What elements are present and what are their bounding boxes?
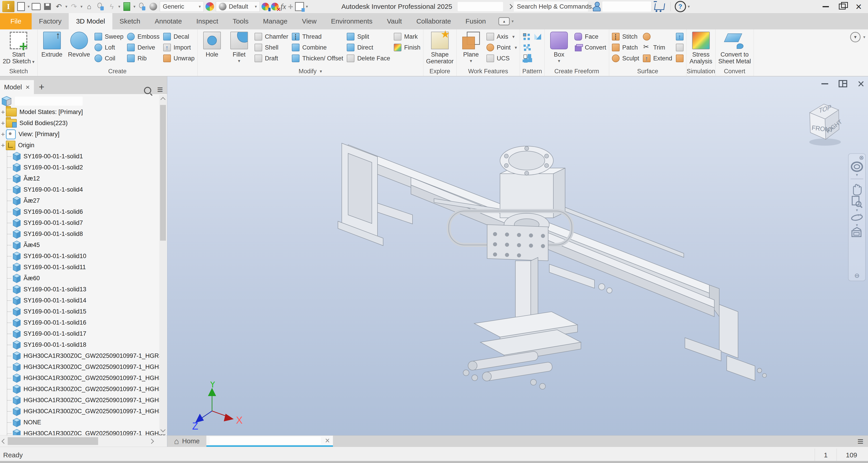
switch-window-button[interactable] <box>96 1 105 12</box>
rib-button[interactable]: Rib <box>127 54 160 63</box>
emboss-button[interactable]: Emboss <box>127 32 160 41</box>
panel-label-simulation[interactable]: Simulation <box>686 66 715 76</box>
tree-item-solid[interactable]: SY169-00-01-1-solid7 <box>0 218 167 228</box>
panel-label-pattern[interactable]: Pattern <box>520 66 544 76</box>
browser-vertical-scrollbar[interactable] <box>159 95 166 434</box>
close-button[interactable]: × <box>856 2 862 11</box>
navbar-menu-icon[interactable]: ⊖ <box>854 272 860 279</box>
panel-label-work-features[interactable]: Work Features <box>457 66 520 76</box>
stress-analysis-button[interactable]: Stress Analysis <box>689 31 713 65</box>
coil-button[interactable]: Coil <box>94 54 124 63</box>
home-view-button[interactable]: ⌂ <box>84 1 94 12</box>
qat-customize-dropdown[interactable]: ▾ <box>306 4 308 9</box>
navbar-close-icon[interactable]: ⊗ <box>859 155 864 160</box>
document-tab-close-icon[interactable]: × <box>325 436 330 445</box>
tree-item-solid[interactable]: NONE <box>0 417 167 428</box>
ribbon-tab[interactable]: Annotate <box>148 13 189 29</box>
new-file-dropdown[interactable]: ▾ <box>28 4 30 9</box>
thread-button[interactable]: Thread <box>292 32 343 41</box>
expander-icon[interactable]: + <box>0 131 6 138</box>
ribbon-tab[interactable]: Environments <box>324 13 379 29</box>
document-tabs-menu-icon[interactable]: ≡ <box>857 436 868 447</box>
local-update-button[interactable]: ϟ <box>107 1 116 12</box>
tree-item-view[interactable]: + View: [Primary] <box>0 129 167 140</box>
new-file-button[interactable] <box>16 1 26 12</box>
ribbon-tab[interactable]: Sketch <box>112 13 148 29</box>
document-tab-active[interactable]: × <box>206 436 333 447</box>
sweep-button[interactable]: Sweep <box>94 32 124 41</box>
scroll-down-icon[interactable] <box>160 427 166 432</box>
tree-item-solid[interactable]: HGH30CA1R300Z0C_GW202509010997-1_HGH30 <box>0 373 167 384</box>
save-button[interactable] <box>43 1 52 12</box>
browser-add-tab-button[interactable]: + <box>34 80 50 94</box>
tree-item-solid[interactable]: SY169-00-01-1-solid14 <box>0 295 167 306</box>
loft-button[interactable]: Loft <box>94 43 124 52</box>
browser-horizontal-scrollbar[interactable] <box>0 435 167 447</box>
tree-item-origin[interactable]: + Origin <box>0 140 167 151</box>
clear-appearance-icon[interactable] <box>271 3 279 10</box>
look-at-icon[interactable] <box>850 227 863 238</box>
search-expand-icon[interactable] <box>507 4 513 9</box>
undo-button[interactable]: ↶ <box>54 1 64 12</box>
inventor-logo-icon[interactable]: I <box>2 1 14 12</box>
tree-item-solid[interactable]: SY169-00-01-1-solid10 <box>0 251 167 262</box>
viewport-close-button[interactable]: × <box>858 80 864 87</box>
open-button[interactable] <box>31 1 41 12</box>
panel-label-create[interactable]: Create <box>37 66 197 76</box>
ribbon-tab[interactable]: 3D Model <box>69 13 112 29</box>
chamfer-button[interactable]: Chamfer <box>254 32 288 41</box>
view-cube[interactable]: TOP FRONT RIGHT <box>802 99 845 149</box>
extrude-button[interactable]: Extrude <box>40 31 64 58</box>
wheel-dropdown-icon[interactable]: ▾ <box>856 173 858 176</box>
panel-label-convert[interactable]: Convert <box>716 66 754 76</box>
unwrap-button[interactable]: Unwrap <box>163 54 195 63</box>
tree-item-solid[interactable]: HGH30CA1R300Z0C_GW202509010997-1_HGH30 <box>0 384 167 395</box>
texture-surface-button[interactable] <box>676 54 684 63</box>
scroll-left-icon[interactable] <box>2 439 7 444</box>
tree-item-solid[interactable]: SY169-00-01-1-solid16 <box>0 317 167 328</box>
ribbon-tab[interactable]: Factory <box>32 13 69 29</box>
delete-face-button[interactable]: Delete Face <box>347 54 390 63</box>
tree-item-solid[interactable]: Ãæ12 <box>0 173 167 184</box>
scrollbar-thumb[interactable] <box>160 105 166 241</box>
mark-button[interactable]: Mark <box>394 32 421 41</box>
extend-button[interactable]: Extend <box>643 54 672 63</box>
update-dropdown[interactable]: ▾ <box>118 4 120 9</box>
color-wheel-icon[interactable] <box>206 2 214 11</box>
shell-button[interactable]: Shell <box>254 43 288 52</box>
ribbon-tab[interactable]: Inspect <box>189 13 225 29</box>
parameters-icon[interactable]: fx <box>281 2 286 11</box>
split-button[interactable]: Split <box>347 32 390 41</box>
browser-menu-icon[interactable]: ≡ <box>157 85 167 94</box>
ribbon-tab[interactable]: Manage <box>256 13 294 29</box>
import-button[interactable]: Import <box>163 43 195 52</box>
ucs-button[interactable]: UCS <box>487 54 517 63</box>
expander-icon[interactable]: + <box>0 119 6 127</box>
viewport-restore-button[interactable] <box>839 80 847 87</box>
material-dropdown[interactable]: ▾ <box>133 4 135 9</box>
orbit-dropdown-icon[interactable]: ▾ <box>856 224 858 227</box>
patch-button[interactable]: Patch <box>612 43 639 52</box>
tree-item-solid[interactable]: SY169-00-01-1-solid2 <box>0 162 167 173</box>
ribbon-tab[interactable]: Tools <box>225 13 256 29</box>
browser-tab-close-icon[interactable]: × <box>26 83 30 91</box>
freeform-face-button[interactable]: Face <box>575 32 606 41</box>
tree-item-solid[interactable]: SY169-00-01-1-solid18 <box>0 339 167 350</box>
tree-item-solid[interactable]: SY169-00-01-1-solid17 <box>0 328 167 339</box>
appearance-select[interactable]: Default ▾ <box>216 1 260 12</box>
freeform-convert-button[interactable]: Convert <box>575 43 606 52</box>
fillet-button[interactable]: Fillet ▾ <box>227 31 251 63</box>
tree-item-solid[interactable]: SY169-00-01-1-solid15 <box>0 306 167 317</box>
measure-icon[interactable]: + <box>288 2 293 12</box>
ribbon-tab[interactable]: Fusion <box>458 13 493 29</box>
tree-item-solid[interactable]: HGH30CA1R300Z0C_GW202509010997-1_HGH30 <box>0 361 167 373</box>
finish-button[interactable]: Finish <box>394 43 421 52</box>
viewport-minimize-button[interactable] <box>822 83 828 84</box>
tree-item-solid[interactable]: HGH30CA1R300Z0C_GW202509010997-1_HGH30 <box>0 428 167 435</box>
hole-button[interactable]: Hole <box>200 31 224 58</box>
material-select[interactable]: Generic ▾ <box>160 1 204 12</box>
ribbon-collapse-button[interactable]: ▴ ▾ <box>493 13 519 29</box>
undo-dropdown[interactable]: ▾ <box>65 4 67 9</box>
render-button[interactable] <box>149 1 158 12</box>
help-dropdown[interactable]: ▾ <box>688 4 690 9</box>
